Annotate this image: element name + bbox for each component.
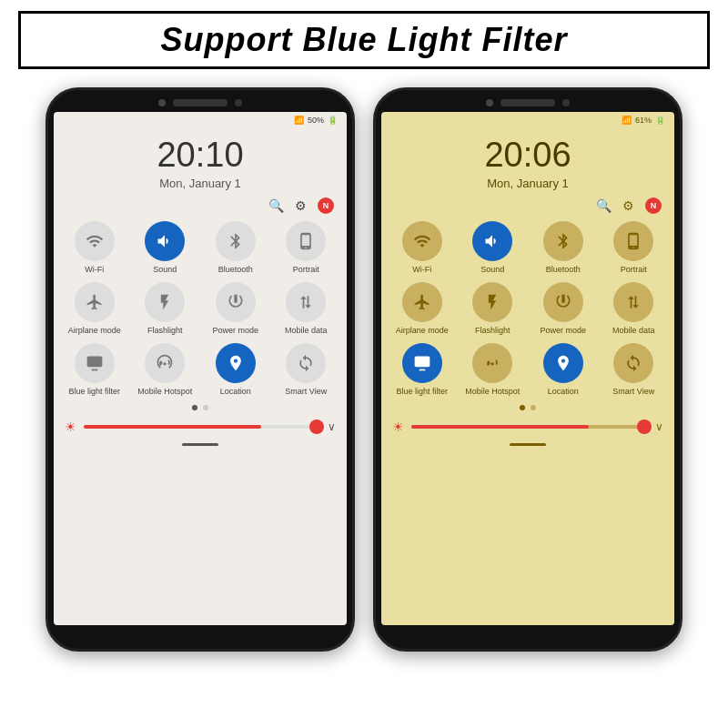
phone-screen-left: 📶 50% 🔋 20:10 Mon, January 1 🔍 ⚙ N — [54, 112, 347, 625]
power-label-left: Power mode — [212, 326, 258, 336]
phones-container: 📶 50% 🔋 20:10 Mon, January 1 🔍 ⚙ N — [0, 78, 728, 661]
flashlight-circle-left — [145, 282, 185, 322]
battery-icon-right: 🔋 — [655, 116, 665, 125]
wifi-circle-left — [75, 221, 115, 261]
smartview-label-right: Smart View — [612, 387, 654, 397]
speaker-bar-left — [173, 99, 228, 106]
notification-badge-left[interactable]: N — [318, 197, 334, 214]
date-left: Mon, January 1 — [54, 177, 347, 190]
toggle-grid-right: Wi-Fi Sound Bluetooth — [381, 217, 674, 399]
portrait-label-left: Portrait — [293, 265, 319, 275]
phone-top-bar-right — [376, 90, 680, 112]
toggle-portrait-right[interactable]: Portrait — [602, 221, 666, 275]
gear-icon-left[interactable]: ⚙ — [295, 198, 307, 213]
dot-inactive-left — [203, 405, 208, 410]
signal-icon-left: 📶 — [294, 116, 304, 125]
toggle-sound-left[interactable]: Sound — [134, 221, 197, 275]
time-display-right: 20:06 Mon, January 1 — [381, 126, 674, 194]
portrait-circle-left — [286, 221, 326, 261]
toggle-airplane-left[interactable]: Airplane mode — [63, 282, 126, 336]
clock-right: 20:06 — [381, 136, 674, 175]
clock-left: 20:10 — [54, 136, 347, 175]
phone-left: 📶 50% 🔋 20:10 Mon, January 1 🔍 ⚙ N — [46, 87, 355, 652]
search-icon-right[interactable]: 🔍 — [596, 198, 612, 213]
speaker-bar-right — [500, 99, 555, 106]
dot-active-right — [520, 405, 525, 410]
toggle-smartview-left[interactable]: Smart View — [275, 343, 339, 397]
wifi-circle-right — [402, 221, 442, 261]
sound-label-right: Sound — [480, 265, 504, 275]
mobiledata-label-left: Mobile data — [285, 326, 328, 336]
svg-rect-2 — [414, 356, 430, 367]
bluetooth-label-left: Bluetooth — [218, 265, 253, 275]
page-dots-right — [381, 399, 674, 416]
toggle-wifi-right[interactable]: Wi-Fi — [390, 221, 454, 275]
phone-bottom-left — [54, 438, 347, 451]
brightness-row-right: ☀ ∨ — [381, 416, 674, 438]
toggle-wifi-left[interactable]: Wi-Fi — [63, 221, 126, 275]
flashlight-label-right: Flashlight — [475, 326, 511, 336]
smartview-circle-left — [286, 343, 326, 383]
bluelight-label-left: Blue light filter — [68, 387, 120, 397]
phone-bottom-right — [381, 438, 674, 451]
toggle-mobiledata-left[interactable]: Mobile data — [275, 282, 339, 336]
toggle-power-left[interactable]: Power mode — [204, 282, 268, 336]
toggle-smartview-right[interactable]: Smart View — [602, 343, 666, 397]
airplane-label-right: Airplane mode — [396, 326, 449, 336]
hotspot-label-left: Mobile Hotspot — [137, 387, 192, 397]
toggle-flashlight-left[interactable]: Flashlight — [134, 282, 197, 336]
brightness-sun-icon-right: ☀ — [392, 420, 404, 434]
signal-icon-right: 📶 — [622, 116, 632, 125]
sound-circle-left — [145, 221, 185, 261]
phone-right: 📶 61% 🔋 20:06 Mon, January 1 🔍 ⚙ N — [373, 87, 682, 652]
search-icon-left[interactable]: 🔍 — [268, 198, 284, 213]
toggle-power-right[interactable]: Power mode — [531, 282, 595, 336]
toggle-bluelight-right[interactable]: Blue light filter — [390, 343, 454, 397]
toggle-grid-left: Wi-Fi Sound Bluetooth — [54, 217, 347, 399]
brightness-chevron-right[interactable]: ∨ — [655, 420, 663, 433]
sound-circle-right — [472, 221, 512, 261]
toggle-hotspot-right[interactable]: Mobile Hotspot — [461, 343, 525, 397]
bluetooth-circle-right — [543, 221, 583, 261]
flashlight-label-left: Flashlight — [147, 326, 183, 336]
location-label-right: Location — [548, 387, 579, 397]
power-circle-left — [216, 282, 256, 322]
camera-dot-left — [158, 99, 166, 106]
toggle-bluetooth-left[interactable]: Bluetooth — [204, 221, 268, 275]
toggle-sound-right[interactable]: Sound — [461, 221, 525, 275]
smartview-circle-right — [613, 343, 653, 383]
page-title: Support Blue Light Filter — [21, 21, 707, 59]
toggle-bluelight-left[interactable]: Blue light filter — [63, 343, 126, 397]
toggle-airplane-right[interactable]: Airplane mode — [390, 282, 454, 336]
brightness-track-left[interactable] — [84, 425, 320, 429]
battery-text-left: 50% — [308, 116, 324, 125]
flashlight-circle-right — [472, 282, 512, 322]
phone-top-bar-left — [48, 90, 352, 112]
brightness-fill-left — [84, 425, 261, 429]
dot-active-left — [192, 405, 197, 410]
gear-icon-right[interactable]: ⚙ — [622, 198, 634, 213]
toggle-flashlight-right[interactable]: Flashlight — [461, 282, 525, 336]
battery-icon-left: 🔋 — [328, 116, 338, 125]
brightness-track-right[interactable] — [411, 425, 648, 429]
mobiledata-circle-left — [286, 282, 326, 322]
home-line-left — [182, 443, 218, 446]
toggle-bluetooth-right[interactable]: Bluetooth — [531, 221, 595, 275]
bluelight-label-right: Blue light filter — [396, 387, 448, 397]
toggle-mobiledata-right[interactable]: Mobile data — [602, 282, 666, 336]
brightness-row-left: ☀ ∨ — [54, 416, 347, 438]
location-label-left: Location — [220, 387, 251, 397]
bluetooth-label-right: Bluetooth — [546, 265, 581, 275]
airplane-label-left: Airplane mode — [68, 326, 121, 336]
brightness-chevron-left[interactable]: ∨ — [328, 420, 336, 433]
airplane-circle-right — [402, 282, 442, 322]
toggle-location-left[interactable]: Location — [204, 343, 268, 397]
phone-shell-right: 📶 61% 🔋 20:06 Mon, January 1 🔍 ⚙ N — [373, 87, 682, 652]
mobiledata-label-right: Mobile data — [612, 326, 655, 336]
phone-screen-right: 📶 61% 🔋 20:06 Mon, January 1 🔍 ⚙ N — [381, 112, 674, 625]
toggle-hotspot-left[interactable]: Mobile Hotspot — [134, 343, 197, 397]
battery-text-right: 61% — [635, 116, 652, 125]
toggle-portrait-left[interactable]: Portrait — [275, 221, 339, 275]
toggle-location-right[interactable]: Location — [531, 343, 595, 397]
notification-badge-right[interactable]: N — [645, 197, 662, 214]
